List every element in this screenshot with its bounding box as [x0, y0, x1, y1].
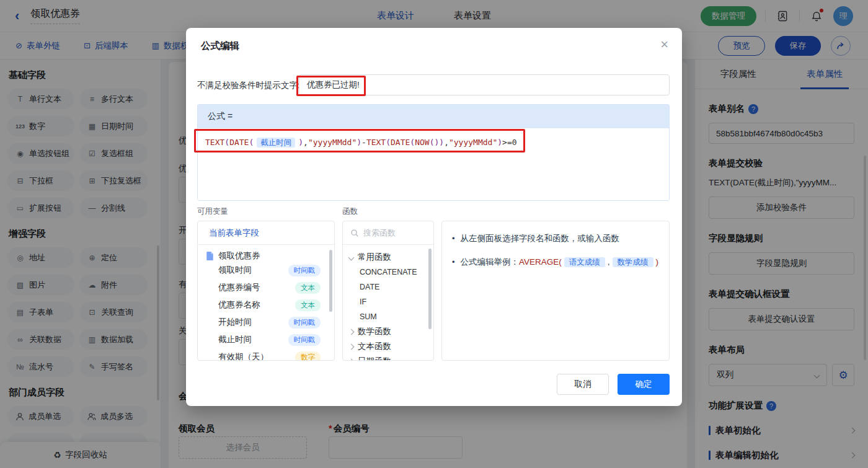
example-prefix: 公式编辑举例： — [461, 257, 520, 267]
group-label: 文本函数 — [358, 341, 391, 352]
type-badge: 时间戳 — [288, 317, 321, 329]
group-label: 数学函数 — [358, 326, 391, 337]
current-form-fields-tab[interactable]: 当前表单字段 — [198, 221, 334, 245]
function-item[interactable]: CONCATENATE — [343, 265, 433, 280]
formula-token: ( — [224, 138, 229, 147]
formula-token: DATE — [391, 138, 410, 147]
formula-token: ) — [439, 138, 444, 147]
formula-token: >=0 — [502, 138, 516, 147]
type-badge: 文本 — [295, 282, 321, 294]
tips-panel: • 从左侧面板选择字段名和函数，或输入函数 • 公式编辑举例：AVERAGE(语… — [441, 221, 670, 361]
functions-label: 函数 — [342, 206, 358, 217]
variable-item[interactable]: 领取时间时间戳 — [198, 262, 334, 279]
function-group-text[interactable]: 文本函数 — [343, 339, 433, 354]
dialog-title: 公式编辑 — [201, 40, 239, 53]
function-item[interactable]: IF — [343, 294, 433, 309]
formula-token: ( — [410, 138, 415, 147]
function-item[interactable]: DATE — [343, 280, 433, 294]
cancel-button[interactable]: 取消 — [557, 374, 609, 395]
formula-editor-dialog: 公式编辑 × 不满足校验条件时提示文字: 优惠券已过期! 公式 = TEXT(D… — [186, 28, 682, 406]
variable-name: 开始时间 — [218, 317, 288, 328]
bullet-icon: • — [452, 232, 455, 245]
formula-token: ( — [249, 138, 254, 147]
variable-name: 截止时间 — [218, 334, 288, 345]
formula-token: NOW — [415, 138, 429, 147]
variables-panel: 当前表单字段 领取优惠券 领取时间时间戳 优惠券编号文本 优惠券名称文本 开始时… — [197, 221, 335, 361]
variables-root-label: 领取优惠券 — [218, 250, 260, 262]
variable-name: 优惠券名称 — [218, 299, 295, 311]
prompt-message-value: 优惠券已过期! — [307, 79, 360, 91]
tip-text: 公式编辑举例：AVERAGE(语文成绩,数学成绩) — [461, 256, 659, 268]
functions-scrollbar[interactable] — [428, 249, 432, 329]
variable-name: 优惠券编号 — [218, 282, 295, 293]
formula-code-area[interactable]: TEXT(DATE(截止时间),"yyyyMMdd")-TEXT(DATE(NO… — [198, 128, 669, 200]
function-group-math[interactable]: 数学函数 — [343, 324, 433, 339]
confirm-button[interactable]: 确定 — [618, 374, 670, 395]
function-item[interactable]: SUM — [343, 309, 433, 324]
example-close-paren: ) — [656, 257, 659, 267]
bullet-icon: • — [452, 256, 455, 268]
formula-code-line: TEXT(DATE(截止时间),"yyyyMMdd")-TEXT(DATE(NO… — [205, 138, 517, 147]
variable-item[interactable]: 开始时间时间戳 — [198, 314, 334, 331]
example-function: AVERAGE( — [519, 257, 562, 267]
function-search — [343, 221, 433, 245]
chevron-right-icon — [348, 358, 355, 361]
formula-token: ) — [497, 138, 502, 147]
formula-token: "yyyyMMdd" — [308, 138, 356, 147]
example-field-chip: 数学成绩 — [613, 257, 653, 267]
variable-name: 领取时间 — [218, 265, 288, 276]
chevron-right-icon — [348, 329, 355, 335]
tip-text: 从左侧面板选择字段名和函数，或输入函数 — [461, 232, 620, 245]
form-doc-icon — [206, 252, 214, 260]
variable-item[interactable]: 有效期（天）数字 — [198, 348, 334, 361]
tip-line: • 公式编辑举例：AVERAGE(语文成绩,数学成绩) — [452, 256, 659, 268]
group-label: 常用函数 — [358, 252, 391, 263]
type-badge: 时间戳 — [288, 334, 321, 346]
example-field-chip: 语文成绩 — [564, 257, 605, 267]
group-label: 日期函数 — [358, 356, 391, 361]
formula-prefix: 公式 = — [198, 105, 669, 128]
formula-token: , — [444, 138, 449, 147]
formula-token: ) — [298, 138, 303, 147]
variable-item[interactable]: 优惠券编号文本 — [198, 279, 334, 296]
formula-token: ) — [356, 138, 361, 147]
formula-token: ( — [386, 138, 391, 147]
function-group-date[interactable]: 日期函数 — [343, 354, 433, 361]
search-icon — [350, 229, 359, 237]
close-icon[interactable]: × — [660, 37, 668, 53]
variable-item[interactable]: 优惠券名称文本 — [198, 296, 334, 314]
formula-token: TEXT — [205, 138, 224, 147]
formula-token: , — [303, 138, 308, 147]
type-badge: 文本 — [295, 299, 321, 311]
variables-scrollbar[interactable] — [329, 250, 332, 312]
formula-token: TEXT — [366, 138, 386, 147]
formula-token: "yyyyMMdd" — [449, 138, 497, 147]
screen: ‹ 领取优惠券 表单设计 表单设置 数据管理 理 ⊘ 表单外链 ⊡ — [0, 0, 868, 468]
formula-field-chip: 截止时间 — [257, 138, 295, 148]
variable-name: 有效期（天） — [218, 351, 295, 361]
variables-label: 可用变量 — [197, 206, 228, 217]
type-badge: 数字 — [295, 351, 321, 361]
formula-token: - — [361, 138, 366, 147]
formula-token: DATE — [229, 138, 249, 147]
prompt-message-label: 不满足校验条件时提示文字: — [197, 80, 300, 91]
chevron-down-icon — [348, 254, 355, 260]
function-group-common[interactable]: 常用函数 — [343, 250, 433, 265]
variable-item[interactable]: 截止时间时间戳 — [198, 331, 334, 348]
example-comma: , — [608, 257, 610, 267]
function-search-input[interactable] — [363, 228, 422, 237]
prompt-message-input[interactable]: 优惠券已过期! — [299, 74, 670, 95]
variables-root[interactable]: 领取优惠券 — [198, 245, 334, 262]
formula-editor: 公式 = TEXT(DATE(截止时间),"yyyyMMdd")-TEXT(DA… — [197, 104, 670, 201]
functions-panel: 常用函数 CONCATENATE DATE IF SUM 数学函数 文本函数 日… — [342, 221, 434, 361]
tip-line: • 从左侧面板选择字段名和函数，或输入函数 — [452, 232, 659, 245]
chevron-right-icon — [348, 343, 355, 350]
type-badge: 时间戳 — [288, 265, 321, 276]
